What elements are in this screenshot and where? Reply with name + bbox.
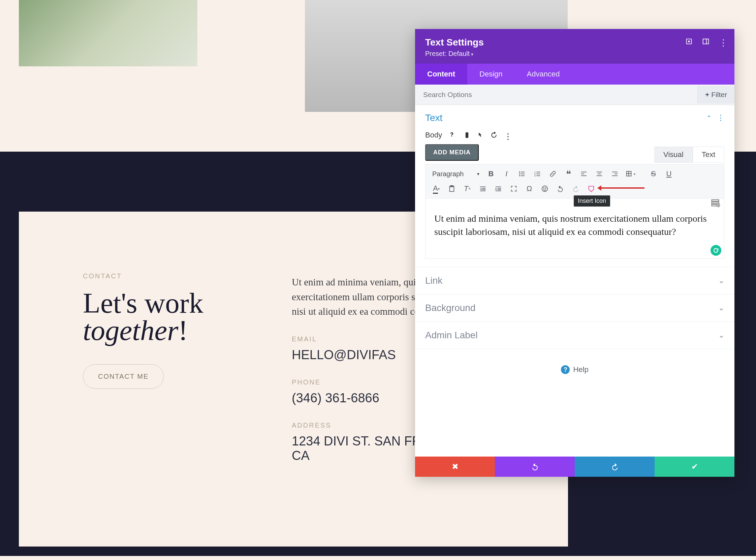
emoji-button[interactable] [537, 182, 552, 196]
accordion-link[interactable]: Link ⌄ [415, 267, 734, 294]
svg-rect-22 [597, 176, 602, 176]
svg-rect-36 [497, 188, 501, 189]
panel-spacer: ? Help [415, 349, 734, 457]
undo-button[interactable] [553, 182, 568, 196]
panel-header-icons: ⋮ [685, 38, 727, 45]
svg-rect-20 [597, 172, 602, 173]
cancel-button[interactable]: ✖ [415, 457, 495, 477]
section-icons: ⌃ ⋮ [707, 114, 724, 122]
tabs: Content Design Advanced [415, 64, 734, 84]
headline-suffix: ! [178, 314, 188, 346]
grammarly-icon[interactable] [711, 245, 721, 256]
bold-button[interactable]: B [484, 167, 498, 181]
paragraph-select[interactable]: Paragraph ▾ [429, 168, 483, 180]
contact-headline: Let's work together! [83, 289, 245, 344]
image-placeholder-plants [19, 0, 198, 66]
svg-rect-8 [521, 174, 525, 174]
preset-dropdown[interactable]: Preset: Default▾ [425, 50, 724, 58]
undo-footer-button[interactable] [495, 457, 575, 477]
body-label: Body [425, 131, 442, 140]
svg-point-40 [544, 188, 544, 188]
redo-button[interactable] [568, 182, 583, 196]
mobile-icon[interactable] [464, 132, 470, 139]
svg-point-7 [519, 173, 520, 175]
dock-icon[interactable] [702, 38, 710, 45]
svg-rect-34 [480, 191, 486, 192]
filter-label: Filter [711, 91, 727, 98]
tab-design[interactable]: Design [467, 64, 514, 84]
editor-tab-text[interactable]: Text [693, 146, 724, 163]
svg-rect-37 [497, 189, 501, 190]
plus-icon: + [705, 91, 709, 98]
align-center-button[interactable] [592, 167, 607, 181]
chevron-down-icon: ⌄ [718, 331, 724, 340]
svg-text:3: 3 [534, 174, 536, 177]
editor-tabs: Visual Text [654, 146, 724, 163]
editor-canvas[interactable]: Ut enim ad minima veniam, quis nostrum e… [426, 198, 724, 258]
special-char-button[interactable]: Ω [522, 182, 537, 196]
chevron-down-icon: ⌄ [718, 304, 724, 312]
svg-rect-14 [537, 174, 540, 174]
align-right-button[interactable] [608, 167, 622, 181]
redo-footer-button[interactable] [575, 457, 655, 477]
help-link[interactable]: ? Help [561, 365, 588, 374]
accordion-admin-label[interactable]: Admin Label ⌄ [415, 321, 734, 349]
svg-rect-16 [537, 176, 540, 176]
tab-content[interactable]: Content [415, 64, 467, 84]
tab-advanced[interactable]: Advanced [515, 64, 572, 84]
panel-header[interactable]: Text Settings Preset: Default▾ ⋮ [415, 29, 734, 64]
svg-point-9 [519, 175, 520, 177]
hover-icon[interactable] [477, 132, 484, 139]
panel-title: Text Settings [425, 37, 724, 48]
body-row: Body ? ⋮ [415, 131, 734, 144]
fullscreen-button[interactable] [506, 182, 521, 196]
contact-me-button[interactable]: CONTACT ME [83, 364, 164, 389]
editor-wrapper: Paragraph ▾ B I 123 ❝ ▾ S U A▾ T× Ω [425, 164, 724, 259]
svg-rect-19 [581, 176, 587, 176]
more-dots-icon[interactable]: ⋮ [717, 114, 724, 122]
ol-button[interactable]: 123 [530, 167, 545, 181]
underline-button[interactable]: U [661, 167, 676, 181]
add-media-button[interactable]: ADD MEDIA [425, 144, 479, 161]
editor-content: Ut enim ad minima veniam, quis nostrum e… [434, 213, 707, 237]
section-header-text[interactable]: Text ⌃ ⋮ [415, 105, 734, 131]
more-icon[interactable]: ⋮ [504, 132, 511, 139]
search-bar: +Filter [415, 84, 734, 105]
svg-rect-12 [537, 172, 540, 173]
align-left-button[interactable] [576, 167, 591, 181]
chevron-up-icon[interactable]: ⌃ [707, 114, 712, 122]
reset-icon[interactable] [491, 132, 497, 139]
editor-toolbar: Paragraph ▾ B I 123 ❝ ▾ S U A▾ T× Ω [426, 164, 724, 198]
svg-rect-4 [466, 133, 468, 138]
strikethrough-button[interactable]: S [646, 167, 661, 181]
insert-icon-button[interactable]: Insert Icon [584, 182, 599, 196]
text-color-button[interactable]: A▾ [429, 182, 444, 196]
expand-icon[interactable] [685, 38, 693, 45]
indent-button[interactable] [491, 182, 506, 196]
ul-button[interactable] [514, 167, 529, 181]
editor-tab-visual[interactable]: Visual [654, 146, 693, 163]
help-icon[interactable]: ? [450, 132, 457, 139]
svg-point-5 [519, 172, 520, 173]
svg-rect-6 [521, 172, 525, 173]
body-icons: ? ⋮ [450, 132, 511, 139]
link-button[interactable] [546, 167, 560, 181]
italic-button[interactable]: I [499, 167, 514, 181]
caret-down-icon: ▾ [471, 52, 473, 57]
svg-rect-31 [480, 187, 486, 187]
clear-format-button[interactable]: T× [460, 182, 475, 196]
svg-rect-23 [612, 172, 618, 173]
contact-left-col: CONTACT Let's work together! CONTACT ME [83, 272, 245, 479]
quote-button[interactable]: ❝ [561, 167, 576, 181]
outdent-button[interactable] [475, 182, 490, 196]
filter-button[interactable]: +Filter [697, 86, 734, 103]
save-button[interactable]: ✔ [655, 457, 734, 477]
svg-rect-17 [581, 172, 587, 173]
paste-button[interactable] [444, 182, 459, 196]
accordion-background[interactable]: Background ⌄ [415, 294, 734, 321]
search-input[interactable] [415, 84, 697, 105]
more-options-icon[interactable]: ⋮ [719, 38, 727, 45]
svg-point-39 [542, 186, 548, 192]
table-button[interactable]: ▾ [623, 167, 638, 181]
section-title: Text [425, 113, 442, 123]
